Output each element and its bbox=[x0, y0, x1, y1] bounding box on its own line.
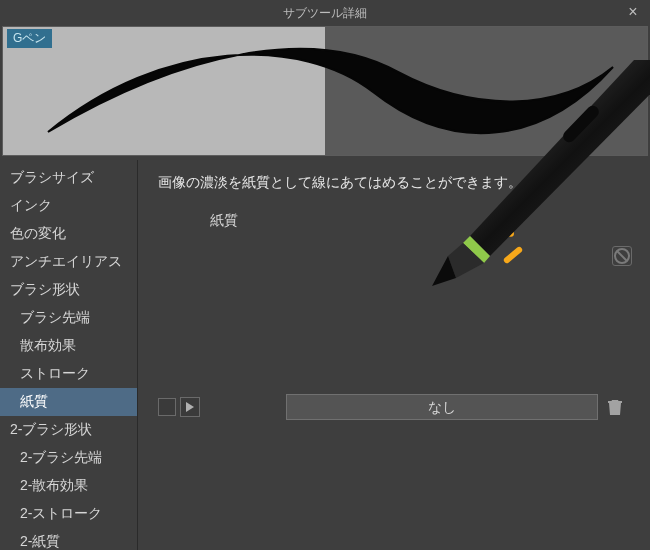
sidebar-item-stroke-2[interactable]: 2-ストローク bbox=[0, 500, 137, 528]
sidebar-item-antialias[interactable]: アンチエイリアス bbox=[0, 248, 137, 276]
sidebar-item-spray-2[interactable]: 2-散布効果 bbox=[0, 472, 137, 500]
close-icon[interactable]: × bbox=[624, 3, 642, 21]
sidebar-item-ink[interactable]: インク bbox=[0, 192, 137, 220]
dynamics-button[interactable] bbox=[180, 397, 200, 417]
stroke-preview-icon bbox=[3, 27, 648, 156]
titlebar: サブツール詳細 × bbox=[0, 0, 650, 26]
sidebar-item-texture-2[interactable]: 2-紙質 bbox=[0, 528, 137, 550]
sidebar-item-brush-tip-2[interactable]: 2-ブラシ先端 bbox=[0, 444, 137, 472]
sidebar-item-brush-shape[interactable]: ブラシ形状 bbox=[0, 276, 137, 304]
texture-label: 紙質 bbox=[210, 212, 280, 550]
sidebar-item-texture[interactable]: 紙質 bbox=[0, 388, 137, 416]
texture-row: 紙質 なし bbox=[158, 212, 626, 550]
sidebar-item-brush-size[interactable]: ブラシサイズ bbox=[0, 164, 137, 192]
sidebar-item-color-change[interactable]: 色の変化 bbox=[0, 220, 137, 248]
sidebar-item-spray[interactable]: 散布効果 bbox=[0, 332, 137, 360]
show-in-panel-checkbox[interactable] bbox=[158, 398, 176, 416]
sidebar-item-stroke[interactable]: ストローク bbox=[0, 360, 137, 388]
window-title: サブツール詳細 bbox=[283, 5, 367, 22]
settings-panel: 画像の濃淡を紙質として線にあてはめることができます。 紙質 なし 紙質濃度 濃度… bbox=[138, 160, 650, 550]
texture-select-button[interactable]: なし bbox=[286, 394, 598, 420]
main-container: ブラシサイズ インク 色の変化 アンチエイリアス ブラシ形状 ブラシ先端 散布効… bbox=[0, 160, 650, 550]
sidebar-item-brush-tip[interactable]: ブラシ先端 bbox=[0, 304, 137, 332]
category-sidebar: ブラシサイズ インク 色の変化 アンチエイリアス ブラシ形状 ブラシ先端 散布効… bbox=[0, 160, 138, 550]
panel-description: 画像の濃淡を紙質として線にあてはめることができます。 bbox=[158, 174, 626, 192]
not-available-icon bbox=[612, 246, 632, 266]
trash-icon[interactable] bbox=[604, 396, 626, 418]
brush-preview: Gペン bbox=[2, 26, 648, 156]
sidebar-item-brush-shape-2[interactable]: 2-ブラシ形状 bbox=[0, 416, 137, 444]
